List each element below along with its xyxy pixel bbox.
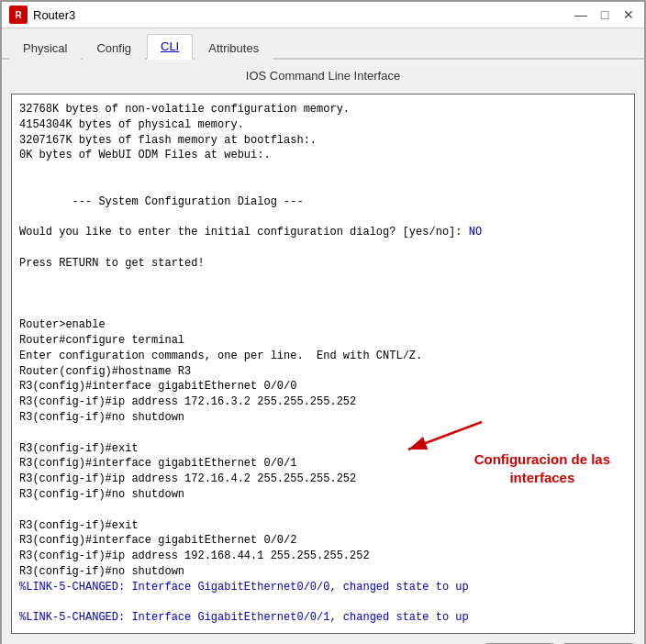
tab-physical[interactable]: Physical [9,36,81,60]
annotation-arrow-svg [399,404,491,459]
maximize-button[interactable]: □ [596,6,613,23]
tab-attributes[interactable]: Attributes [195,36,273,60]
annotation-line1: Configuracion de las [474,451,610,467]
tab-bar: Physical Config CLI Attributes [2,28,644,60]
title-bar: R Router3 — □ ✕ [2,2,644,28]
terminal-output[interactable]: 32768K bytes of non-volatile configurati… [12,94,634,633]
router3-window: R Router3 — □ ✕ Physical Config CLI Attr… [0,0,646,644]
icon-letter: R [15,10,21,20]
window-title: Router3 [33,8,75,22]
content-area: IOS Command Line Interface 32768K bytes … [2,60,644,644]
title-bar-left: R Router3 [9,6,75,24]
annotation-container: Configuracion de las interfaces [474,450,619,486]
window-controls: — □ ✕ [573,6,637,23]
cli-section-title: IOS Command Line Interface [11,69,635,83]
minimize-button[interactable]: — [573,6,589,23]
router-icon: R [9,6,28,24]
tab-config[interactable]: Config [83,36,145,60]
terminal-wrapper: 32768K bytes of non-volatile configurati… [11,94,635,634]
close-button[interactable]: ✕ [620,6,637,23]
tab-cli[interactable]: CLI [147,34,193,60]
annotation-text: Configuracion de las interfaces [474,450,610,486]
annotation-line2: interfaces [509,470,574,485]
svg-line-1 [408,422,482,450]
